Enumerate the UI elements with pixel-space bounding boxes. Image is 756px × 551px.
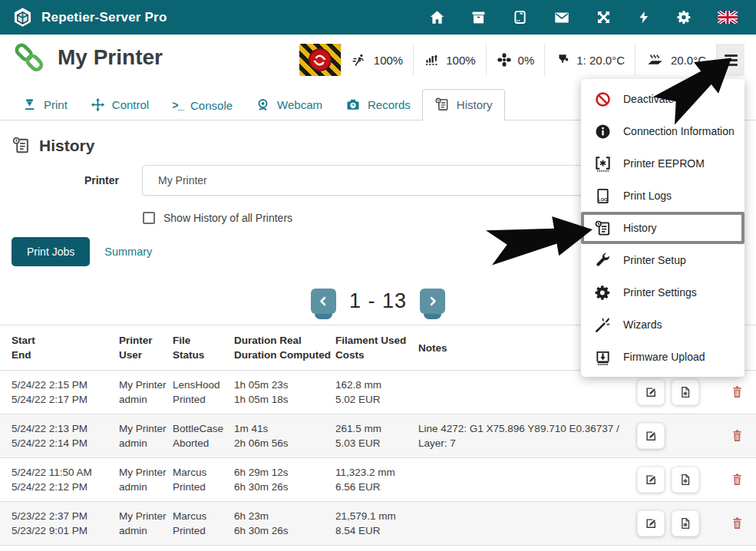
move-arrows-icon xyxy=(91,97,105,112)
trash-icon xyxy=(730,384,744,400)
tab-console[interactable]: >_ Console xyxy=(160,92,244,120)
print-jobs-button[interactable]: Print Jobs xyxy=(12,237,90,266)
checkbox-label: Show History of all Printers xyxy=(163,212,292,224)
tab-label: Print xyxy=(44,98,68,111)
bed-temp-value: 20.0°C xyxy=(671,54,706,67)
pdf-report-button[interactable] xyxy=(672,379,699,405)
expand-icon[interactable] xyxy=(596,9,612,25)
records-camera-icon xyxy=(345,97,361,112)
history-icon xyxy=(12,136,31,155)
app-title: Repetier-Server Pro xyxy=(41,10,167,25)
home-icon[interactable] xyxy=(429,9,445,25)
printer-header: My Printer 100% 100% 0% xyxy=(0,35,756,81)
tab-label: Webcam xyxy=(277,98,322,111)
history-icon xyxy=(594,219,612,237)
edit-notes-button[interactable] xyxy=(637,510,665,536)
edit-notes-button[interactable] xyxy=(637,379,665,405)
fan-segment[interactable]: 0% xyxy=(486,44,545,76)
print-icon xyxy=(22,97,37,112)
page-title: History xyxy=(39,137,94,155)
flow-multiplier-segment[interactable]: 100% xyxy=(413,44,485,76)
edit-icon xyxy=(644,385,658,399)
tab-label: Console xyxy=(190,99,233,112)
wand-icon xyxy=(594,316,612,334)
speed-multiplier-segment[interactable]: 100% xyxy=(341,44,413,76)
hamburger-icon xyxy=(725,54,738,66)
chevron-left-icon xyxy=(318,295,329,307)
printer-menu-button[interactable] xyxy=(716,44,744,76)
heated-bed-icon xyxy=(645,52,665,68)
tablet-icon[interactable] xyxy=(512,9,528,25)
tab-webcam[interactable]: Webcam xyxy=(244,91,334,120)
wrench-icon xyxy=(594,252,612,269)
bolt-icon[interactable] xyxy=(637,9,651,25)
reset-icon xyxy=(309,48,332,71)
printer-select[interactable]: My Printer xyxy=(142,165,591,196)
history-icon xyxy=(434,97,450,112)
printer-select-label: Printer xyxy=(12,165,119,196)
chevron-right-icon xyxy=(427,295,438,307)
trash-icon xyxy=(730,428,744,444)
menu-item-printer-settings[interactable]: Printer Settings xyxy=(581,276,744,308)
fan-value: 0% xyxy=(518,54,535,67)
menu-item-connection-information[interactable]: Connection Information xyxy=(581,115,744,147)
table-row: 5/24/22 2:13 PM5/24/22 2:14 PM My Printe… xyxy=(0,414,756,458)
extruder-icon xyxy=(555,52,570,68)
show-all-printers-checkbox[interactable] xyxy=(143,212,155,224)
pdf-icon xyxy=(678,385,692,399)
tab-history[interactable]: History xyxy=(422,89,505,120)
menu-item-printer-eeprom[interactable]: Printer EEPROM xyxy=(581,147,744,180)
menu-item-wizards[interactable]: Wizards xyxy=(581,308,744,341)
printer-statusbar: 100% 100% 0% 1: 20.0°C 20.0°C xyxy=(299,44,744,76)
menu-item-printer-setup[interactable]: Printer Setup xyxy=(581,244,744,276)
menu-item-firmware-upload[interactable]: Firmware Upload xyxy=(581,341,744,373)
edit-notes-button[interactable] xyxy=(637,467,665,493)
firmware-upload-icon xyxy=(594,348,612,366)
tab-control[interactable]: Control xyxy=(79,91,160,120)
flag-uk-icon[interactable] xyxy=(718,11,738,24)
bed-temp-segment[interactable]: 20.0°C xyxy=(635,44,716,76)
tab-records[interactable]: Records xyxy=(334,91,422,120)
webcam-icon xyxy=(256,97,270,112)
delete-entry-button[interactable] xyxy=(730,384,744,400)
next-page-button[interactable] xyxy=(420,289,445,314)
eeprom-icon xyxy=(594,155,612,173)
repetier-logo xyxy=(12,7,33,28)
menu-item-deactivate[interactable]: Deactivate xyxy=(581,83,744,115)
printer-dropdown-menu: Deactivate Connection Information Printe… xyxy=(581,79,744,377)
pdf-report-button[interactable] xyxy=(672,467,699,493)
gear-icon xyxy=(594,284,612,302)
log-icon: LOG xyxy=(594,187,612,205)
speed-icon xyxy=(352,53,368,68)
box-icon[interactable] xyxy=(470,9,487,25)
pdf-report-button[interactable] xyxy=(672,510,699,536)
top-navbar: Repetier-Server Pro xyxy=(0,0,756,35)
delete-entry-button[interactable] xyxy=(730,428,744,444)
table-row: 5/24/22 11:50 AM5/24/22 2:12 PM My Print… xyxy=(0,458,756,502)
summary-link[interactable]: Summary xyxy=(104,246,152,258)
tab-label: History xyxy=(457,98,493,111)
prev-page-button[interactable] xyxy=(311,289,336,314)
delete-entry-button[interactable] xyxy=(730,472,744,487)
pdf-icon xyxy=(678,516,692,530)
tab-print[interactable]: Print xyxy=(11,91,79,120)
tab-label: Control xyxy=(112,98,149,111)
edit-icon xyxy=(644,516,658,530)
emergency-stop-button[interactable] xyxy=(299,44,341,76)
extruder-temp-segment[interactable]: 1: 20.0°C xyxy=(544,44,635,76)
delete-entry-button[interactable] xyxy=(730,516,744,531)
svg-text:LOG: LOG xyxy=(598,196,608,201)
edit-icon xyxy=(644,473,658,487)
menu-item-print-logs[interactable]: LOG Print Logs xyxy=(581,180,744,212)
flow-value: 100% xyxy=(446,54,475,67)
menu-item-history[interactable]: History xyxy=(581,212,744,244)
link-icon xyxy=(12,40,47,75)
ban-icon xyxy=(594,91,612,108)
pdf-icon xyxy=(678,473,692,487)
edit-icon xyxy=(644,429,658,443)
mail-icon[interactable] xyxy=(553,9,570,26)
gear-icon[interactable] xyxy=(676,9,692,25)
printer-title: My Printer xyxy=(58,45,163,70)
edit-notes-button[interactable] xyxy=(637,423,665,449)
table-row: 5/24/22 2:15 PM5/24/22 2:17 PM My Printe… xyxy=(0,371,756,414)
